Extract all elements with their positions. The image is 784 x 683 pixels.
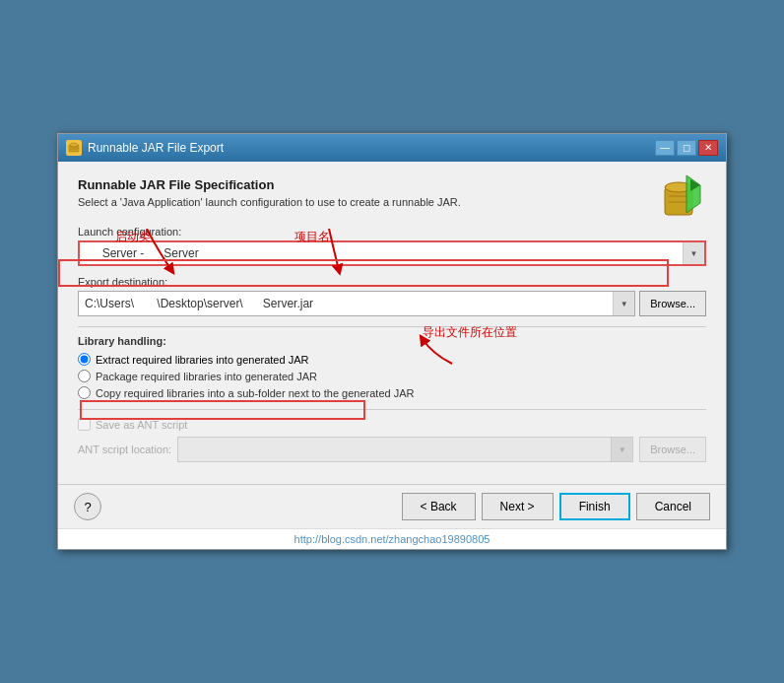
library-handling-label: Library handling:: [78, 335, 706, 347]
watermark: http://blog.csdn.net/zhangchao19890805: [58, 528, 726, 549]
ant-script-location-row: ANT script location: ▼ Browse...: [78, 437, 706, 462]
jar-icon-decoration: [657, 173, 706, 226]
cancel-button[interactable]: Cancel: [636, 493, 710, 520]
ant-script-arrow: ▼: [611, 438, 632, 461]
launch-config-dropdown[interactable]: ▼: [78, 240, 706, 266]
launch-config-arrow[interactable]: ▼: [683, 242, 704, 264]
radio-extract-label: Extract required libraries into generate…: [96, 354, 308, 366]
back-button[interactable]: < Back: [402, 493, 476, 520]
button-bar-right: < Back Next > Finish Cancel: [402, 493, 710, 520]
window-icon: [66, 140, 82, 156]
export-dest-label: Export destination:: [78, 276, 706, 288]
ant-script-input-wrap: ▼: [177, 437, 633, 462]
launch-config-label: Launch configuration:: [78, 226, 706, 238]
export-dest-input-wrap: ▼: [78, 291, 635, 316]
browse-ant-button: Browse...: [639, 437, 706, 462]
ant-script-input: [178, 441, 611, 458]
ant-script-location-label: ANT script location:: [78, 444, 171, 455]
jar-svg: [657, 173, 706, 223]
svg-marker-8: [686, 175, 700, 213]
button-bar: ? < Back Next > Finish Cancel: [58, 484, 726, 528]
divider2: [78, 409, 706, 410]
section-desc: Select a 'Java Application' launch confi…: [78, 196, 647, 208]
title-bar-buttons: — ◻ ✕: [655, 140, 718, 156]
minimize-button[interactable]: —: [655, 140, 675, 156]
svg-rect-7: [669, 201, 688, 203]
radio-package-input[interactable]: [78, 370, 91, 382]
launch-config-section: Launch configuration: ▼: [78, 226, 706, 266]
export-dest-input[interactable]: [79, 295, 613, 312]
section-title: Runnable JAR File Specification: [78, 177, 647, 192]
ant-script-section: Save as ANT script ANT script location: …: [78, 418, 706, 462]
export-dest-section: Export destination: ▼ Browse...: [78, 276, 706, 316]
header-text: Runnable JAR File Specification Select a…: [78, 177, 647, 220]
svg-point-1: [70, 143, 78, 147]
radio-extract-input[interactable]: [78, 353, 91, 366]
export-dest-arrow[interactable]: ▼: [613, 292, 634, 315]
launch-config-input[interactable]: [80, 244, 683, 262]
svg-rect-6: [669, 195, 688, 197]
radio-copy-input[interactable]: [78, 386, 91, 399]
window-title: Runnable JAR File Export: [88, 141, 649, 155]
radio-package[interactable]: Package required libraries into generate…: [78, 370, 706, 382]
browse-export-button[interactable]: Browse...: [639, 291, 706, 316]
radio-copy[interactable]: Copy required libraries into a sub-folde…: [78, 386, 706, 399]
close-button[interactable]: ✕: [698, 140, 718, 156]
dialog-content: Runnable JAR File Specification Select a…: [58, 162, 726, 484]
dialog-window: Runnable JAR File Export — ◻ ✕ Runnable …: [57, 133, 727, 550]
library-handling-section: Library handling: Extract required libra…: [78, 335, 706, 399]
header-row: Runnable JAR File Specification Select a…: [78, 177, 706, 226]
radio-package-label: Package required libraries into generate…: [96, 371, 317, 382]
export-dest-row: ▼ Browse...: [78, 291, 706, 316]
highlight-extract: [80, 400, 365, 420]
help-button[interactable]: ?: [74, 493, 101, 520]
radio-group: Extract required libraries into generate…: [78, 353, 706, 399]
finish-button[interactable]: Finish: [559, 493, 630, 520]
divider1: [78, 326, 706, 327]
radio-copy-label: Copy required libraries into a sub-folde…: [96, 387, 414, 399]
ant-script-checkbox-label: Save as ANT script: [96, 419, 187, 431]
restore-button[interactable]: ◻: [677, 140, 696, 156]
title-bar: Runnable JAR File Export — ◻ ✕: [58, 134, 726, 162]
ant-script-checkbox[interactable]: [78, 418, 91, 431]
dialog-wrapper: Runnable JAR File Export — ◻ ✕ Runnable …: [57, 133, 727, 550]
ant-script-checkbox-row[interactable]: Save as ANT script: [78, 418, 706, 431]
next-button[interactable]: Next >: [482, 493, 554, 520]
radio-extract[interactable]: Extract required libraries into generate…: [78, 353, 706, 366]
